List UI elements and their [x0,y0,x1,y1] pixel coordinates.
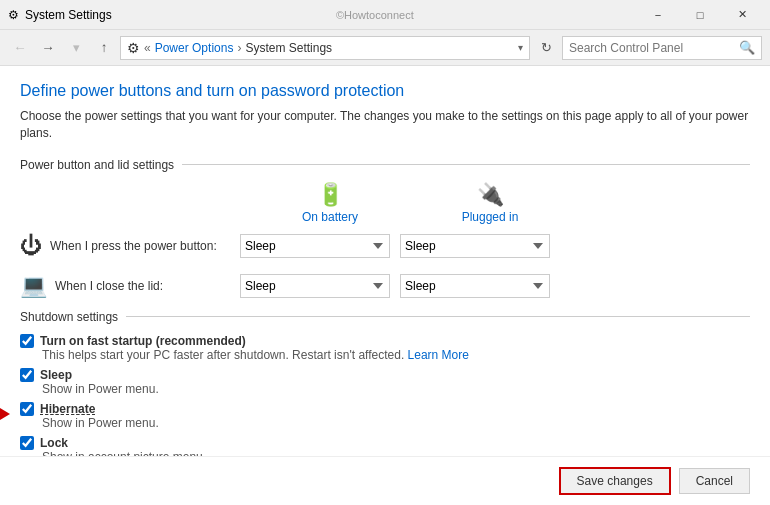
title-bar-left: ⚙ System Settings [8,8,112,22]
section2-title: Shutdown settings [20,310,750,324]
title-bar-controls: − □ ✕ [638,0,762,30]
hibernate-sublabel: Show in Power menu. [42,416,750,430]
fast-startup-sublabel: This helps start your PC faster after sh… [42,348,750,362]
search-bar: 🔍 [562,36,762,60]
breadcrumb-dropdown-btn[interactable]: ▾ [518,42,523,53]
window-title: System Settings [25,8,112,22]
close-button[interactable]: ✕ [722,0,762,30]
breadcrumb-icon: ⚙ [127,40,140,56]
back-button[interactable]: ← [8,36,32,60]
main-content: Define power buttons and turn on passwor… [0,66,770,461]
lid-battery-dropdown[interactable]: Sleep Do nothing Hibernate Shut down Tur… [240,274,390,298]
plugged-column-header: 🔌 Plugged in [410,182,570,224]
breadcrumb-current: System Settings [245,41,332,55]
lock-checkbox[interactable] [20,436,34,450]
save-changes-button[interactable]: Save changes [559,467,671,495]
footer: Save changes Cancel [0,456,770,505]
fast-startup-item: Turn on fast startup (recommended) This … [20,334,750,362]
plug-icon: 🔌 [477,182,504,208]
breadcrumb-separator: › [237,41,241,55]
hibernate-label[interactable]: Hibernate [20,402,750,416]
lid-close-row: 💻 When I close the lid: Sleep Do nothing… [20,270,750,302]
search-icon[interactable]: 🔍 [739,40,755,55]
battery-label: On battery [302,210,358,224]
battery-icon: 🔋 [317,182,344,208]
power-plugged-dropdown-container: Sleep Do nothing Hibernate Shut down Tur… [400,234,560,258]
lid-battery-dropdown-container: Sleep Do nothing Hibernate Shut down Tur… [240,274,400,298]
breadcrumb-separator-start: « [144,41,151,55]
nav-bar: ← → ▾ ↑ ⚙ « Power Options › System Setti… [0,30,770,66]
sleep-item: Sleep Show in Power menu. [20,368,750,396]
fast-startup-label[interactable]: Turn on fast startup (recommended) [20,334,750,348]
arrow-head [0,408,10,420]
lock-label[interactable]: Lock [20,436,750,450]
power-plugged-dropdown[interactable]: Sleep Do nothing Hibernate Shut down Tur… [400,234,550,258]
refresh-button[interactable]: ↻ [534,36,558,60]
laptop-icon: 💻 [20,273,47,299]
up-button[interactable]: ↑ [92,36,116,60]
forward-button[interactable]: → [36,36,60,60]
minimize-button[interactable]: − [638,0,678,30]
sleep-label[interactable]: Sleep [20,368,750,382]
plugged-label: Plugged in [462,210,519,224]
power-battery-dropdown[interactable]: Sleep Do nothing Hibernate Shut down Tur… [240,234,390,258]
hibernate-checkbox[interactable] [20,402,34,416]
page-title: Define power buttons and turn on passwor… [20,82,750,100]
shutdown-section: Turn on fast startup (recommended) This … [20,334,750,461]
maximize-button[interactable]: □ [680,0,720,30]
power-battery-dropdown-container: Sleep Do nothing Hibernate Shut down Tur… [240,234,400,258]
watermark: ©Howtoconnect [112,9,638,21]
section1-title: Power button and lid settings [20,158,750,172]
breadcrumb-parent-link[interactable]: Power Options [155,41,234,55]
dropdown-button[interactable]: ▾ [64,36,88,60]
breadcrumb-bar[interactable]: ⚙ « Power Options › System Settings ▾ [120,36,530,60]
lid-close-label: 💻 When I close the lid: [20,273,240,299]
title-bar: ⚙ System Settings ©Howtoconnect − □ ✕ [0,0,770,30]
sleep-checkbox[interactable] [20,368,34,382]
hibernate-arrow [0,408,10,420]
cancel-button[interactable]: Cancel [679,468,750,494]
sleep-sublabel: Show in Power menu. [42,382,750,396]
search-input[interactable] [569,41,739,55]
battery-column-header: 🔋 On battery [250,182,410,224]
title-bar-icon: ⚙ [8,8,19,22]
fast-startup-checkbox[interactable] [20,334,34,348]
page-description: Choose the power settings that you want … [20,108,750,142]
learn-more-link[interactable]: Learn More [408,348,469,362]
power-button-label: ⏻ When I press the power button: [20,233,240,259]
power-icon: ⏻ [20,233,42,259]
lid-plugged-dropdown[interactable]: Sleep Do nothing Hibernate Shut down Tur… [400,274,550,298]
power-button-row: ⏻ When I press the power button: Sleep D… [20,230,750,262]
lid-plugged-dropdown-container: Sleep Do nothing Hibernate Shut down Tur… [400,274,560,298]
hibernate-item: Hibernate Show in Power menu. [20,402,750,430]
